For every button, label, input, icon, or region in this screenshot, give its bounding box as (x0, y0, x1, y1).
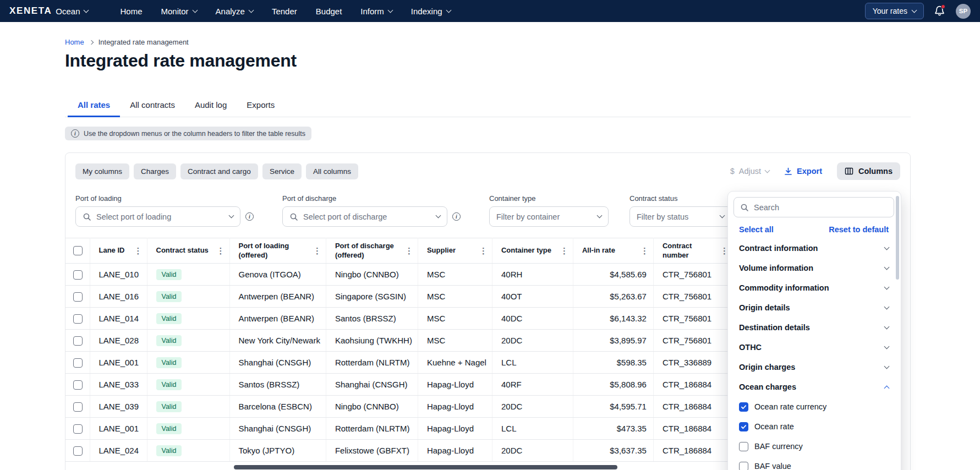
nav-item-indexing[interactable]: Indexing (402, 0, 460, 22)
filter-select-contract-status[interactable]: Filter by status (629, 206, 731, 227)
panel-section-commodity-information[interactable]: Commodity information (733, 278, 894, 298)
row-checkbox[interactable] (73, 314, 83, 324)
search-icon (740, 203, 749, 212)
panel-section-label: Ocean charges (739, 382, 796, 391)
your-rates-button[interactable]: Your rates (865, 3, 924, 19)
column-header-port-of-loading-offered[interactable]: Port of loading (offered)⋮ (229, 238, 326, 264)
kebab-menu-icon[interactable]: ⋮ (479, 246, 488, 256)
row-checkbox[interactable] (73, 380, 83, 390)
column-header-lane-id[interactable]: Lane ID⋮ (90, 238, 147, 264)
select-all-checkbox[interactable] (73, 246, 83, 255)
nav-item-tender[interactable]: Tender (262, 0, 306, 22)
option-checkbox[interactable] (739, 402, 748, 412)
chip-all-columns[interactable]: All columns (306, 163, 358, 179)
table-row[interactable]: LANE_001ValidShanghai (CNSGH)Rotterdam (… (65, 352, 793, 374)
panel-section-contract-information[interactable]: Contract information (733, 238, 894, 258)
nav-item-budget[interactable]: Budget (306, 0, 352, 22)
columns-search-input[interactable]: Search (733, 197, 894, 217)
row-checkbox[interactable] (73, 358, 83, 368)
avatar[interactable]: SP (956, 4, 971, 19)
cell-port-of-loading: Antwerpen (BEANR) (229, 308, 326, 330)
panel-section-othc[interactable]: OTHC (733, 337, 894, 357)
kebab-menu-icon[interactable]: ⋮ (313, 246, 321, 256)
notifications-bell-icon[interactable] (934, 5, 946, 17)
panel-option-baf-value[interactable]: BAF value (733, 456, 894, 470)
brand-logo[interactable]: XENETA Ocean (9, 6, 88, 17)
chip-contract-and-cargo[interactable]: Contract and cargo (180, 163, 258, 179)
table-row[interactable]: LANE_001ValidShanghai (CNSGH)Rotterdam (… (65, 418, 793, 440)
nav-item-inform[interactable]: Inform (351, 0, 402, 22)
cell-contract-status: Valid (147, 396, 229, 418)
column-header-contract-number[interactable]: Contract number⋮ (653, 238, 733, 264)
nav-item-monitor[interactable]: Monitor (152, 0, 206, 22)
column-header-label: Supplier (427, 246, 456, 255)
kebab-menu-icon[interactable]: ⋮ (134, 246, 143, 256)
cell-supplier: MSC (418, 308, 492, 330)
table-row[interactable]: LANE_028ValidNew York City/NewarkKaohsiu… (65, 330, 793, 352)
table-row[interactable]: LANE_014ValidAntwerpen (BEANR)Santos (BR… (65, 308, 793, 330)
row-checkbox[interactable] (73, 336, 83, 346)
kebab-menu-icon[interactable]: ⋮ (560, 246, 568, 256)
reset-to-default-link[interactable]: Reset to default (829, 225, 889, 234)
breadcrumb-home-link[interactable]: Home (65, 38, 84, 46)
row-checkbox[interactable] (73, 270, 83, 280)
filter-select-container-type[interactable]: Filter by container (489, 206, 609, 227)
panel-option-baf-currency[interactable]: BAF currency (733, 436, 894, 456)
row-checkbox-cell (65, 418, 90, 440)
tab-all-contracts[interactable]: All contracts (120, 95, 185, 117)
column-header-port-of-discharge-offered[interactable]: Port of discharge (offered)⋮ (326, 238, 418, 264)
cell-lane-id: LANE_028 (90, 330, 147, 352)
column-header-contract-status[interactable]: Contract status⋮ (147, 238, 229, 264)
chip-my-columns[interactable]: My columns (75, 163, 129, 179)
column-header-supplier[interactable]: Supplier⋮ (418, 238, 492, 264)
kebab-menu-icon[interactable]: ⋮ (217, 246, 225, 256)
filter-select-port-of-discharge[interactable]: Select port of discharge (282, 206, 447, 227)
panel-section-ocean-charges[interactable]: Ocean charges (733, 377, 894, 397)
columns-button[interactable]: Columns (837, 162, 900, 180)
tab-audit-log[interactable]: Audit log (185, 95, 237, 117)
row-checkbox[interactable] (73, 424, 83, 434)
option-checkbox[interactable] (739, 422, 748, 431)
export-button[interactable]: Export (784, 167, 822, 176)
kebab-menu-icon[interactable]: ⋮ (405, 246, 413, 256)
table-row[interactable]: LANE_010ValidGenova (ITGOA)Ningbo (CNNBO… (65, 264, 793, 286)
cell-supplier: MSC (418, 264, 492, 286)
cell-lane-id: LANE_001 (90, 352, 147, 374)
row-checkbox[interactable] (73, 292, 83, 302)
kebab-menu-icon[interactable]: ⋮ (640, 246, 649, 256)
breadcrumb: Home Integrated rate management (65, 38, 189, 46)
adjust-button[interactable]: $ Adjust (730, 167, 769, 176)
panel-section-origin-charges[interactable]: Origin charges (733, 357, 894, 377)
column-header-label: Contract number (663, 242, 718, 260)
tab-all-rates[interactable]: All rates (68, 95, 120, 117)
horizontal-scrollbar-thumb[interactable] (234, 465, 617, 469)
table-row[interactable]: LANE_039ValidBarcelona (ESBCN)Ningbo (CN… (65, 396, 793, 418)
cell-supplier: Hapag-Lloyd (418, 374, 492, 396)
filter-label: Contract status (629, 194, 731, 203)
table-row[interactable]: LANE_016ValidAntwerpen (BEANR)Singapore … (65, 286, 793, 308)
option-checkbox[interactable] (739, 462, 748, 470)
select-all-link[interactable]: Select all (739, 225, 774, 234)
tab-exports[interactable]: Exports (237, 95, 284, 117)
option-checkbox[interactable] (739, 442, 748, 451)
panel-section-destination-details[interactable]: Destination details (733, 318, 894, 337)
panel-option-ocean-rate-currency[interactable]: Ocean rate currency (733, 397, 894, 417)
chevron-down-icon (229, 213, 234, 218)
status-badge: Valid (156, 445, 182, 456)
column-header-all-in-rate[interactable]: All-in rate⋮ (573, 238, 653, 264)
cell-port-of-loading: New York City/Newark (229, 330, 326, 352)
row-checkbox[interactable] (73, 446, 83, 456)
row-checkbox[interactable] (73, 402, 83, 412)
chip-charges[interactable]: Charges (134, 163, 176, 179)
column-header-container-type[interactable]: Container type⋮ (492, 238, 573, 264)
table-row[interactable]: LANE_033ValidSantos (BRSSZ)Shanghai (CNS… (65, 374, 793, 396)
panel-section-origin-details[interactable]: Origin details (733, 298, 894, 318)
chip-service[interactable]: Service (262, 163, 302, 179)
panel-scrollbar[interactable] (896, 196, 899, 280)
panel-option-ocean-rate[interactable]: Ocean rate (733, 417, 894, 436)
panel-section-volume-information[interactable]: Volume information (733, 258, 894, 278)
nav-item-analyze[interactable]: Analyze (206, 0, 262, 22)
nav-item-home[interactable]: Home (111, 0, 152, 22)
table-row[interactable]: LANE_024ValidTokyo (JPTYO)Felixstowe (GB… (65, 440, 793, 462)
filter-select-port-of-loading[interactable]: Select port of loading (75, 206, 240, 227)
